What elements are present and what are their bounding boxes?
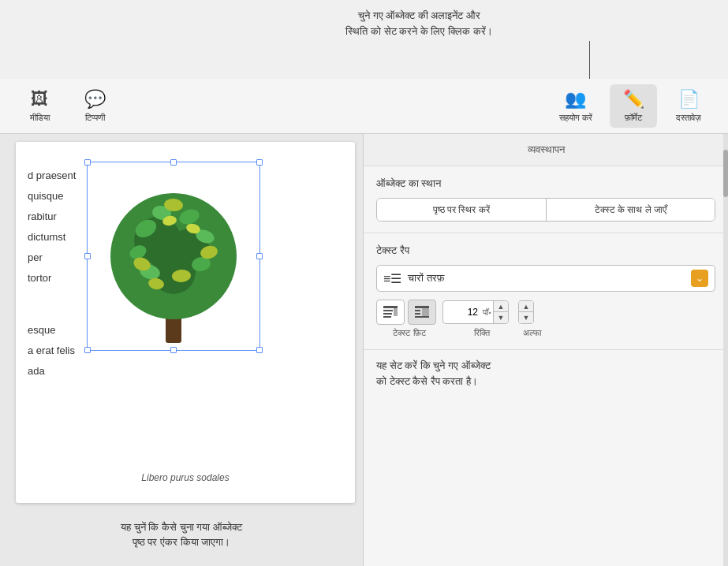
toolbar-item-format[interactable]: ✏️ फ़ॉर्मेट: [610, 84, 657, 128]
comment-icon: 💬: [84, 89, 106, 110]
document-text: d praesent quisque rabitur dictumst per …: [28, 166, 76, 382]
handle-top-left[interactable]: [84, 159, 91, 166]
handle-mid-left[interactable]: [84, 253, 91, 259]
doc-annotation-text: यह चुनें कि कैसे चुना गया ऑब्जेक्टपृष्ठ …: [121, 519, 242, 550]
wrap-dropdown-value: चारों तरफ़: [408, 272, 691, 285]
scrollbar-thumb: [723, 150, 728, 197]
handle-bottom-left[interactable]: [84, 347, 91, 353]
spacing-unit: पॉ॰: [483, 307, 493, 318]
spacing-step-down[interactable]: ▼: [494, 312, 508, 323]
toolbar-item-document[interactable]: 📄 दस्तावेज़: [665, 84, 712, 128]
placement-buttons: पृष्ठ पर स्थिर करें टेक्स्ट के साथ ले जा…: [376, 198, 715, 222]
textfit-button-1[interactable]: [376, 300, 405, 325]
svg-rect-22: [383, 313, 392, 315]
document-label: दस्तावेज़: [676, 113, 701, 123]
doc-bottom-annotation: यह चुनें कि कैसे चुना गया ऑब्जेक्टपृष्ठ …: [0, 503, 363, 566]
text-line-8: a erat felis: [28, 341, 76, 361]
media-label: मीडिया: [30, 113, 50, 123]
spacing-label: रिक्ति: [450, 328, 513, 338]
object-place-label: ऑब्जेक्ट का स्थान: [376, 177, 715, 190]
wrap-dropdown-icon: ≡☰: [383, 271, 401, 286]
object-place-section: ऑब्जेक्ट का स्थान पृष्ठ पर स्थिर करें टे…: [364, 166, 728, 233]
text-line-2: rabitur: [28, 207, 76, 227]
toolbar-item-collaborate[interactable]: 👥 सहयोग करें: [550, 84, 602, 128]
collaborate-label: सहयोग करें: [559, 113, 592, 123]
format-icon: ✏️: [623, 89, 644, 110]
svg-rect-28: [415, 316, 429, 318]
text-line-4: per: [28, 248, 76, 268]
handle-mid-right[interactable]: [256, 253, 263, 259]
alpha-step-down[interactable]: ▼: [519, 312, 533, 323]
alpha-label: अल्फा: [523, 328, 541, 338]
alpha-group: ▲ ▼: [518, 300, 534, 324]
svg-rect-23: [383, 316, 391, 318]
textfit-button-2[interactable]: [408, 300, 436, 325]
main-area: d praesent quisque rabitur dictumst per …: [0, 134, 728, 566]
right-panel: व्यवस्थापन ऑब्जेक्ट का स्थान पृष्ठ पर स्…: [363, 134, 728, 566]
spacing-input[interactable]: [443, 303, 483, 321]
svg-rect-25: [415, 310, 420, 311]
text-line-0: d praesent: [28, 166, 76, 186]
tree-image-container[interactable]: [87, 162, 260, 351]
text-line-9: ada: [28, 361, 76, 382]
textfit-icon-2: [414, 304, 430, 320]
tooltip-text: चुने गए ऑब्जेक्ट की अलाइनेंट और स्थिति क…: [158, 8, 681, 39]
panel-scrollbar[interactable]: [723, 134, 728, 566]
right-annotation-text: यह सेट करें कि चुने गए ऑब्जेक्टको टेक्स्…: [376, 358, 715, 389]
tooltip-container: चुने गए ऑब्जेक्ट की अलाइनेंट और स्थिति क…: [158, 8, 681, 39]
handle-bottom-mid[interactable]: [170, 347, 177, 353]
text-line-3: dictumst: [28, 227, 76, 248]
right-panel-annotation: यह सेट करें कि चुने गए ऑब्जेक्टको टेक्स्…: [364, 350, 728, 397]
wrap-dropdown[interactable]: ≡☰ चारों तरफ़ ⌄: [376, 265, 715, 292]
text-wrap-label: टेक्स्ट रैप: [376, 244, 715, 257]
textfit-row: पॉ॰ ▲ ▼ ▲ ▼: [376, 300, 715, 325]
alpha-stepper: ▲ ▼: [519, 301, 533, 323]
textfit-label: टेक्स्ट फ़िट: [378, 328, 441, 338]
spacing-input-group: पॉ॰ ▲ ▼: [442, 300, 509, 324]
toolbar-item-comment[interactable]: 💬 टिप्पणी: [71, 84, 118, 128]
handle-bottom-right[interactable]: [256, 347, 263, 353]
toolbar-item-media[interactable]: 🖼 मीडिया: [16, 84, 63, 128]
tooltip-line2: स्थिति को सेट करने के लिए क्लिक करें।: [345, 25, 492, 37]
handle-top-right[interactable]: [256, 159, 263, 166]
text-line-1: quisque: [28, 186, 76, 207]
document-area: d praesent quisque rabitur dictumst per …: [0, 134, 363, 566]
alpha-step-up[interactable]: ▲: [519, 301, 533, 312]
collaborate-icon: 👥: [565, 89, 586, 110]
tree-caption: Libero purus sodales: [141, 472, 229, 483]
comment-label: टिप्पणी: [85, 113, 105, 123]
spacing-step-up[interactable]: ▲: [494, 301, 508, 312]
svg-rect-26: [422, 308, 429, 316]
document-icon: 📄: [678, 89, 700, 110]
textfit-buttons: [376, 300, 436, 325]
row-labels: टेक्स्ट फ़िट रिक्ति अल्फा: [376, 328, 715, 338]
textfit-icon-1: [383, 304, 398, 320]
format-label: फ़ॉर्मेट: [625, 113, 642, 123]
media-icon: 🖼: [31, 89, 48, 110]
svg-rect-21: [394, 308, 398, 316]
spacing-stepper: ▲ ▼: [493, 301, 508, 323]
selection-box: [87, 162, 260, 351]
fix-on-page-button[interactable]: पृष्ठ पर स्थिर करें: [377, 199, 547, 221]
document-page: d praesent quisque rabitur dictumst per …: [16, 142, 355, 503]
svg-rect-27: [415, 313, 420, 315]
text-line-5: tortor: [28, 268, 76, 289]
svg-rect-24: [415, 306, 429, 308]
wrap-dropdown-arrow: ⌄: [691, 270, 708, 287]
svg-rect-19: [383, 306, 398, 308]
move-with-text-button[interactable]: टेक्स्ट के साथ ले जाएँ: [547, 199, 715, 221]
toolbar: 🖼 मीडिया 💬 टिप्पणी 👥 सहयोग करें ✏️ फ़ॉर्…: [0, 79, 728, 134]
panel-title: व्यवस्थापन: [364, 134, 728, 166]
tooltip-line1: चुने गए ऑब्जेक्ट की अलाइनेंट और: [358, 9, 480, 21]
svg-rect-20: [383, 310, 393, 311]
text-wrap-section: टेक्स्ट रैप ≡☰ चारों तरफ़ ⌄: [364, 233, 728, 350]
handle-top-mid[interactable]: [170, 159, 177, 166]
text-line-7: esque: [28, 320, 76, 341]
